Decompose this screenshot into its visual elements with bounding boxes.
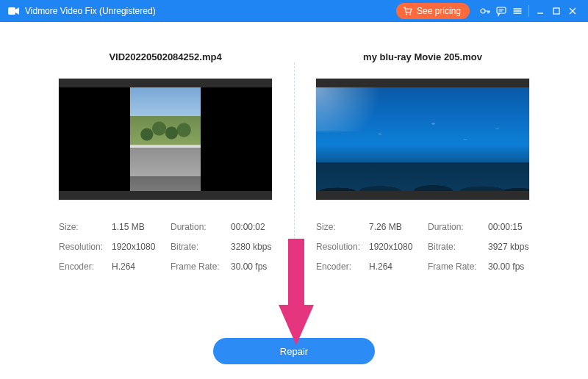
menu-icon[interactable]	[509, 0, 526, 22]
see-pricing-button[interactable]: See pricing	[396, 3, 470, 19]
close-button[interactable]	[564, 0, 581, 22]
feedback-icon[interactable]	[493, 0, 509, 22]
info-value: H.264	[112, 261, 171, 272]
info-label: Resolution:	[59, 242, 112, 252]
vertical-divider	[294, 62, 295, 302]
svg-point-2	[409, 14, 411, 15]
svg-point-3	[481, 9, 485, 13]
see-pricing-label: See pricing	[417, 3, 461, 19]
svg-rect-4	[497, 7, 506, 13]
info-value: 3927 kbps	[488, 242, 529, 252]
info-label: Size:	[316, 222, 369, 232]
info-label: Frame Rate:	[428, 261, 488, 272]
right-filename: my blu-ray Movie 205.mov	[363, 51, 482, 62]
svg-point-1	[406, 14, 407, 15]
right-video-column: my blu-ray Movie 205.mov Size: 7.26 MB D…	[294, 51, 551, 379]
left-filename: VID20220502084252.mp4	[109, 51, 221, 62]
main-content: VID20220502084252.mp4 Size: 1.15 MB Dura…	[0, 22, 588, 379]
info-label: Size:	[59, 222, 112, 232]
svg-rect-0	[8, 7, 15, 15]
info-label: Bitrate:	[428, 242, 488, 252]
key-icon[interactable]	[477, 0, 493, 22]
app-title: Vidmore Video Fix (Unregistered)	[25, 6, 156, 16]
left-video-info: Size: 1.15 MB Duration: 00:00:02 Resolut…	[59, 222, 272, 272]
info-value: 3280 kbps	[231, 242, 272, 252]
info-value: 00:00:02	[231, 222, 272, 232]
right-video-thumbnail[interactable]	[316, 79, 529, 200]
svg-rect-5	[553, 8, 559, 14]
maximize-button[interactable]	[548, 0, 564, 22]
repair-button[interactable]: Repair	[213, 338, 375, 364]
info-label: Duration:	[428, 222, 488, 232]
info-value: 7.26 MB	[369, 222, 428, 232]
info-label: Resolution:	[316, 242, 369, 252]
app-logo-icon	[7, 4, 21, 18]
info-label: Encoder:	[316, 261, 369, 272]
cart-icon	[402, 5, 414, 17]
info-value: 30.00 fps	[488, 261, 529, 272]
right-video-info: Size: 7.26 MB Duration: 00:00:15 Resolut…	[316, 222, 529, 272]
minimize-button[interactable]	[532, 0, 548, 22]
left-video-column: VID20220502084252.mp4 Size: 1.15 MB Dura…	[37, 51, 294, 379]
info-value: 1920x1080	[112, 242, 171, 252]
info-label: Frame Rate:	[171, 261, 231, 272]
info-value: 00:00:15	[488, 222, 529, 232]
titlebar: Vidmore Video Fix (Unregistered) See pri…	[0, 0, 588, 22]
info-value: 1920x1080	[369, 242, 428, 252]
titlebar-separator	[528, 5, 529, 17]
info-label: Bitrate:	[171, 242, 231, 252]
info-label: Duration:	[171, 222, 231, 232]
info-value: 30.00 fps	[231, 261, 272, 272]
left-video-thumbnail[interactable]	[59, 79, 272, 200]
info-value: H.264	[369, 261, 428, 272]
info-value: 1.15 MB	[112, 222, 171, 232]
repair-button-label: Repair	[280, 346, 308, 357]
info-label: Encoder:	[59, 261, 112, 272]
